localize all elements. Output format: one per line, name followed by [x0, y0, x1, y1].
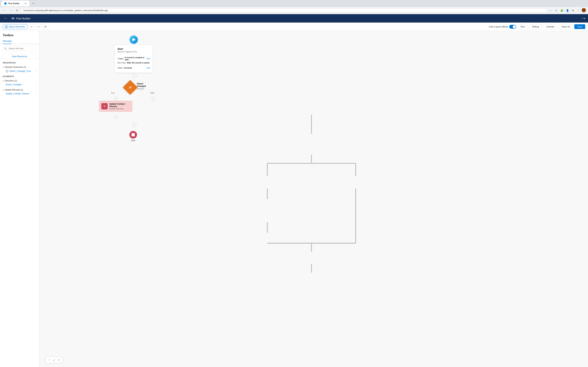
browser-nav: ← → ↻ momentum-computing-884.lightning.f… — [0, 7, 588, 14]
svg-rect-0 — [12, 18, 12, 19]
refresh-button[interactable]: ↻ — [15, 8, 20, 13]
run-flow-value: After the record is saved — [127, 62, 149, 64]
save-as-button[interactable]: Save As — [559, 24, 573, 29]
decision-subtitle: Decision — [137, 88, 146, 90]
object-value: Account — [124, 67, 132, 69]
flow-builder-icon — [11, 17, 15, 20]
decision-outcomes-header[interactable]: ▾ Decision Outcomes (1) — [0, 65, 39, 69]
trigger-row: Trigger: A record is created or upd... E… — [117, 57, 150, 61]
help-button[interactable]: ? ▾ — [582, 17, 585, 20]
plus-button-1[interactable]: + — [132, 74, 137, 78]
zoom-out-button[interactable]: − — [47, 358, 51, 362]
update-contact-owners-node[interactable]: ✎ Update Contact Owners Update Records — [99, 101, 132, 112]
forward-button[interactable]: → — [9, 8, 13, 13]
owner-changed-true-link[interactable]: Owner_Changed_True — [9, 70, 31, 72]
start-node: Start Record-Triggered Flow Trigger: A r… — [114, 40, 153, 73]
run-flow-row: Run Flow: After the record is saved — [117, 62, 150, 64]
collapse-arrow-3: ▾ — [3, 89, 4, 91]
end-circle — [129, 131, 137, 139]
update-text: Update Contact Owners Update Records — [109, 103, 130, 110]
update-contact-owners-item[interactable]: Update_Contact_Owners › — [0, 92, 39, 96]
search-wrapper: 🔍 — [3, 46, 36, 51]
activate-button[interactable]: Activate — [543, 24, 557, 29]
start-card[interactable]: Start Record-Triggered Flow Trigger: A r… — [114, 45, 153, 73]
salesforce-tab-icon — [4, 2, 7, 5]
back-button[interactable]: ← — [2, 8, 7, 13]
browser-chrome: Flow Builder ✕ + — [0, 0, 588, 7]
update-records-icon: ✎ — [104, 105, 106, 108]
bookmark-icon[interactable]: ☆ — [548, 8, 553, 13]
redo-button[interactable]: ↪ — [36, 24, 41, 30]
decision-icon: ⇄ — [129, 85, 132, 89]
select-elements-button[interactable]: Select Elements — [3, 24, 27, 29]
false-label: False — [148, 91, 157, 94]
decisions-header[interactable]: ▾ Decisions (1) — [0, 79, 39, 83]
collapse-arrow: ▾ — [3, 66, 4, 68]
owner-changed-item[interactable]: Owner_Changed › — [0, 83, 39, 86]
tab-close-button[interactable]: ✕ — [25, 2, 26, 5]
decision-node[interactable]: Owner Changed Decision ⇄ — [125, 81, 135, 94]
debug-button[interactable]: Debug — [529, 24, 542, 29]
app-title: Flow Builder — [16, 17, 31, 20]
svg-rect-9 — [6, 26, 7, 27]
decision-diamond: ⇄ — [123, 80, 138, 95]
app-header: ← Flow Builder ? ▾ — [0, 14, 588, 23]
plus-button-4[interactable]: + — [114, 115, 118, 119]
profile-icon[interactable]: 👤 — [565, 8, 570, 13]
flow-canvas[interactable]: Start Record-Triggered Flow Trigger: A r… — [39, 31, 588, 367]
elements-section-title: ELEMENTS — [0, 74, 39, 78]
owner-changed-true-item[interactable]: Owner_Changed_True › — [0, 69, 39, 73]
plus-button-5[interactable]: + — [132, 123, 137, 127]
update-records-header[interactable]: ▾ Update Records (1) — [0, 88, 39, 92]
settings-button[interactable]: ⚙ — [43, 24, 48, 30]
plus-button-2[interactable]: + — [114, 96, 118, 101]
svg-line-5 — [12, 18, 13, 19]
object-label: Object: — [117, 67, 123, 69]
user-avatar — [582, 8, 586, 12]
item-arrow-icon-3: › — [36, 93, 36, 95]
auto-layout-toggle[interactable] — [509, 25, 516, 29]
app-back-button[interactable]: ← — [3, 16, 9, 21]
extension-icon[interactable]: 🧩 — [559, 8, 564, 13]
tab-manager[interactable]: Manager — [3, 38, 12, 44]
run-button[interactable]: Run — [518, 24, 528, 29]
flow-connections — [39, 31, 588, 367]
end-label: End — [129, 139, 137, 142]
collapse-arrow-2: ▾ — [3, 80, 4, 82]
url-bar[interactable]: momentum-computing-884.lightning.force.c… — [21, 8, 547, 13]
decision-outcomes-group: ▾ Decision Outcomes (1) Owner_Changed_Tr… — [0, 65, 39, 74]
new-resource-button[interactable]: New Resource — [3, 54, 36, 59]
decision-title: Owner Changed — [137, 83, 146, 87]
svg-line-6 — [13, 18, 14, 18]
reader-icon[interactable]: ℹ — [554, 8, 559, 13]
search-input[interactable] — [3, 46, 36, 51]
sidebar-search-section: 🔍 — [0, 44, 39, 52]
extensions-icon[interactable]: ⚙ — [571, 8, 575, 13]
decisions-group: ▾ Decisions (1) Owner_Changed › — [0, 78, 39, 87]
main-content: Toolbox Manager 🔍 New Resource RESOURCES… — [0, 31, 588, 367]
menu-icon[interactable]: ⋮ — [576, 8, 581, 13]
update-records-group: ▾ Update Records (1) Update_Contact_Owne… — [0, 87, 39, 96]
app-logo: Flow Builder — [11, 17, 31, 20]
browser-tab[interactable]: Flow Builder ✕ — [1, 1, 29, 6]
zoom-in-button[interactable]: + — [57, 358, 61, 362]
trigger-edit-button[interactable]: Edit — [147, 58, 150, 60]
play-icon — [132, 38, 136, 42]
save-button[interactable]: Save — [574, 24, 585, 29]
new-tab-button[interactable]: + — [31, 1, 36, 6]
sidebar: Toolbox Manager 🔍 New Resource RESOURCES… — [0, 31, 39, 367]
undo-button[interactable]: ↩ — [29, 24, 34, 30]
svg-line-4 — [12, 18, 13, 18]
decisions-label: Decisions (1) — [5, 80, 17, 82]
update-contact-owners-link[interactable]: Update_Contact_Owners — [6, 92, 29, 95]
zoom-fit-button[interactable]: ⤢ — [52, 358, 56, 362]
loop-icon — [6, 70, 9, 73]
end-node: End — [129, 131, 137, 142]
update-records-label: Update Records (1) — [5, 89, 23, 91]
owner-changed-link[interactable]: Owner_Changed — [6, 83, 22, 86]
svg-line-7 — [13, 18, 14, 19]
object-edit-button[interactable]: Edit — [147, 67, 150, 69]
plus-button-3[interactable]: + — [151, 96, 155, 101]
svg-rect-2 — [13, 19, 13, 19]
sidebar-header: Toolbox — [0, 31, 39, 38]
